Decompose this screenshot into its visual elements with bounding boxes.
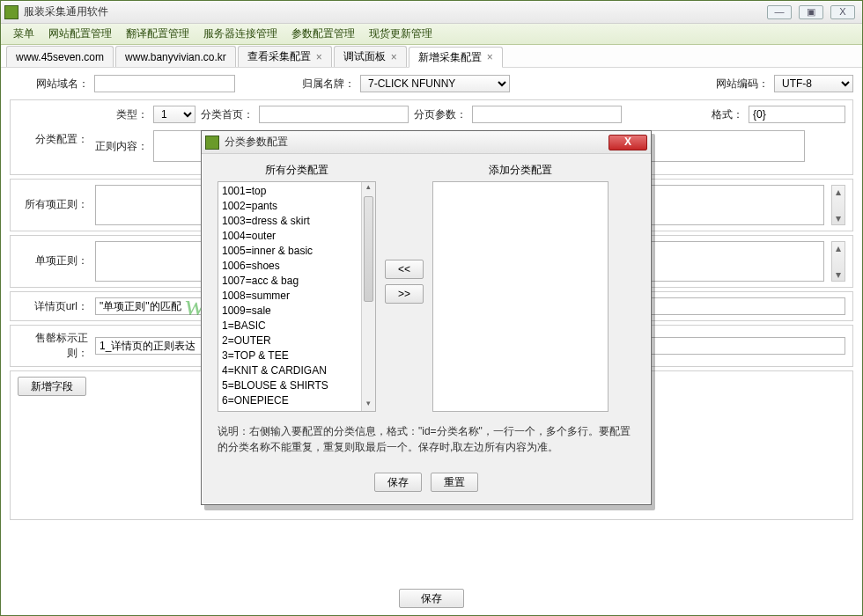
soldout-label: 售罄标示正则： <box>18 331 88 361</box>
list-item[interactable]: 4=KNIT & CARDIGAN <box>222 363 372 378</box>
list-item[interactable]: 3=TOP & TEE <box>222 348 372 363</box>
single-item-regex-label: 单项正则： <box>18 241 88 268</box>
page-param-input[interactable] <box>472 106 622 123</box>
dialog-explain: 说明：右侧输入要配置的分类信息，格式："id=分类名称"，一行一个，多个多行。要… <box>218 423 635 455</box>
dialog-titlebar: 分类参数配置 X <box>202 131 651 154</box>
tab-label: www.banyvivian.co.kr <box>125 51 226 63</box>
maximize-button[interactable]: ▣ <box>799 5 823 19</box>
cat-cfg-label: 分类配置： <box>18 106 88 147</box>
menubar: 菜单 网站配置管理 翻译配置管理 服务器连接管理 参数配置管理 现货更新管理 <box>1 24 862 45</box>
titlebar: 服装采集通用软件 — ▣ X <box>1 1 862 24</box>
menu-item[interactable]: 参数配置管理 <box>284 26 362 41</box>
right-list-header: 添加分类配置 <box>432 163 609 178</box>
close-tab-icon[interactable]: × <box>487 51 493 63</box>
tab-label: 调试面板 <box>343 49 386 64</box>
menu-item[interactable]: 菜单 <box>6 26 41 41</box>
page-param-label: 分页参数： <box>414 107 467 122</box>
tab-label: 查看采集配置 <box>247 49 311 64</box>
all-categories-list[interactable]: 1001=top1002=pants1003=dress & skirt1004… <box>218 181 376 412</box>
scroll-thumb[interactable] <box>364 196 373 302</box>
close-tab-icon[interactable]: × <box>391 51 397 63</box>
list-item[interactable]: 7=SKIRTS & PANTS <box>222 408 372 412</box>
list-item[interactable]: 1009=sale <box>222 304 372 319</box>
dialog-save-button[interactable]: 保存 <box>374 473 422 492</box>
cat-first-label: 分类首页： <box>201 107 254 122</box>
category-param-dialog: 分类参数配置 X 所有分类配置 1001=top1002=pants1003=d… <box>201 130 652 505</box>
scroll-up-icon[interactable]: ▴ <box>362 182 375 194</box>
footer: 保存 <box>1 589 862 608</box>
scroll-down-icon[interactable]: ▾ <box>362 399 375 411</box>
list-item[interactable]: 1003=dress & skirt <box>222 214 372 229</box>
tab[interactable]: www.45seven.com <box>6 46 114 67</box>
scroll-indicator[interactable]: ▴▾ <box>831 185 845 225</box>
list-item[interactable]: 1=BASIC <box>222 319 372 334</box>
tabstrip: www.45seven.com www.banyvivian.co.kr 查看采… <box>1 45 862 68</box>
close-tab-icon[interactable]: × <box>316 51 322 63</box>
regex-content-label: 正则内容： <box>95 139 148 154</box>
list-item[interactable]: 1002=pants <box>222 199 372 214</box>
menu-item[interactable]: 现货更新管理 <box>362 26 439 41</box>
encoding-select[interactable]: UTF-8 <box>774 75 853 92</box>
brand-label: 归属名牌： <box>240 77 355 92</box>
list-item[interactable]: 6=ONEPIECE <box>222 393 372 408</box>
list-item[interactable]: 1007=acc & bag <box>222 274 372 289</box>
tab-label: www.45seven.com <box>16 51 104 63</box>
list-item[interactable]: 2=OUTER <box>222 334 372 348</box>
save-button[interactable]: 保存 <box>399 589 464 608</box>
add-field-button[interactable]: 新增字段 <box>18 377 86 396</box>
all-item-regex-label: 所有项正则： <box>18 185 88 212</box>
list-item[interactable]: 1006=shoes <box>222 259 372 274</box>
move-left-button[interactable]: << <box>385 260 424 279</box>
tab[interactable]: 查看采集配置× <box>238 46 332 67</box>
dialog-close-button[interactable]: X <box>609 135 647 150</box>
format-label: 格式： <box>712 107 743 122</box>
brand-select[interactable]: 7-CLICK NFUNNY <box>360 75 510 92</box>
tab-label: 新增采集配置 <box>418 50 482 65</box>
dialog-icon <box>205 136 219 150</box>
site-label: 网站域名： <box>10 77 89 92</box>
site-input[interactable] <box>94 75 235 92</box>
window-controls: — ▣ X <box>767 5 855 19</box>
encoding-label: 网站编码： <box>716 77 769 92</box>
type-label: 类型： <box>95 107 148 122</box>
format-input[interactable] <box>749 106 845 123</box>
cat-first-input[interactable] <box>259 106 409 123</box>
add-categories-input[interactable] <box>432 181 609 412</box>
list-item[interactable]: 1001=top <box>222 184 372 199</box>
menu-item[interactable]: 服务器连接管理 <box>196 26 284 41</box>
tab[interactable]: 调试面板× <box>334 46 407 67</box>
menu-item[interactable]: 翻译配置管理 <box>119 26 196 41</box>
close-button[interactable]: X <box>830 5 855 19</box>
scrollbar[interactable]: ▴ ▾ <box>361 182 375 411</box>
minimize-button[interactable]: — <box>767 5 792 19</box>
list-item[interactable]: 1008=summer <box>222 289 372 304</box>
detail-url-label: 详情页url： <box>18 299 88 314</box>
tab-active[interactable]: 新增采集配置× <box>409 47 503 68</box>
scroll-indicator[interactable]: ▴▾ <box>831 241 845 282</box>
type-select[interactable]: 1 <box>153 106 195 123</box>
list-item[interactable]: 1005=inner & basic <box>222 244 372 259</box>
move-right-button[interactable]: >> <box>385 284 424 304</box>
tab[interactable]: www.banyvivian.co.kr <box>115 46 236 67</box>
list-item[interactable]: 5=BLOUSE & SHIRTS <box>222 378 372 393</box>
left-list-header: 所有分类配置 <box>218 163 376 178</box>
window-title: 服装采集通用软件 <box>24 4 767 19</box>
app-icon <box>4 5 18 19</box>
list-item[interactable]: 1004=outer <box>222 229 372 244</box>
menu-item[interactable]: 网站配置管理 <box>41 26 119 41</box>
dialog-reset-button[interactable]: 重置 <box>431 473 478 492</box>
dialog-title: 分类参数配置 <box>225 135 609 150</box>
